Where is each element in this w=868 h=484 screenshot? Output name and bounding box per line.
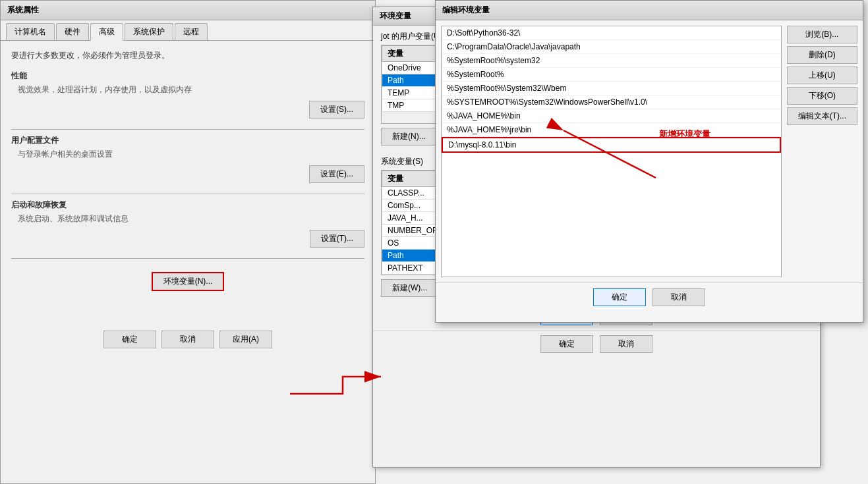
edit-path-bottom: 确定 取消 xyxy=(436,282,863,311)
edit-path-title: 编辑环境变量 xyxy=(436,1,863,20)
edit-path-cancel-button[interactable]: 取消 xyxy=(652,288,705,306)
list-item[interactable]: %SYSTEMROOT%\System32\WindowsPowerShell\… xyxy=(442,95,781,109)
sys-props-title: 系统属性 xyxy=(1,1,375,20)
list-item[interactable]: %JAVA_HOME%\bin xyxy=(442,109,781,123)
list-item[interactable]: %JAVA_HOME%\jre\bin xyxy=(442,123,781,137)
tab-system-protection[interactable]: 系统保护 xyxy=(125,23,173,40)
path-list-container[interactable]: D:\Soft\Python36-32\ C:\ProgramData\Orac… xyxy=(441,26,782,277)
path-browse-button[interactable]: 浏览(B)... xyxy=(787,26,857,43)
user-vars-new-button[interactable]: 新建(N)... xyxy=(381,128,437,146)
list-item[interactable]: C:\ProgramData\Oracle\Java\javapath xyxy=(442,40,781,54)
sys-props-ok-button[interactable]: 确定 xyxy=(103,331,156,348)
user-profile-title: 用户配置文件 xyxy=(11,135,364,146)
new-path-item[interactable]: D:\mysql-8.0.11\bin xyxy=(442,137,781,153)
sys-props-cancel-button[interactable]: 取消 xyxy=(161,331,214,348)
startup-recovery-title: 启动和故障恢复 xyxy=(11,200,364,211)
startup-recovery-desc: 系统启动、系统故障和调试信息 xyxy=(11,213,364,225)
edit-path-content: D:\Soft\Python36-32\ C:\ProgramData\Orac… xyxy=(436,20,863,282)
performance-section: 性能 视觉效果，处理器计划，内存使用，以及虚拟内存 设置(S)... xyxy=(11,70,364,119)
startup-recovery-section: 启动和故障恢复 系统启动、系统故障和调试信息 设置(T)... xyxy=(11,200,364,248)
list-item[interactable]: %SystemRoot% xyxy=(442,68,781,82)
tab-bar: 计算机名 硬件 高级 系统保护 远程 xyxy=(1,20,375,41)
env-bottom-cancel-button[interactable]: 取消 xyxy=(600,335,652,353)
list-item[interactable]: %SystemRoot%\System32\Wbem xyxy=(442,82,781,95)
user-profile-settings-button[interactable]: 设置(E)... xyxy=(309,165,364,183)
admin-notice: 要进行大多数更改，你必须作为管理员登录。 xyxy=(11,50,364,61)
startup-recovery-settings-button[interactable]: 设置(T)... xyxy=(310,230,364,248)
sys-props-apply-button[interactable]: 应用(A) xyxy=(219,331,272,348)
tab-computer-name[interactable]: 计算机名 xyxy=(6,23,55,40)
path-edit-text-button[interactable]: 编辑文本(T)... xyxy=(787,107,857,125)
performance-desc: 视觉效果，处理器计划，内存使用，以及虚拟内存 xyxy=(11,84,364,95)
env-bottom-ok-button[interactable]: 确定 xyxy=(540,335,593,353)
sys-props-window: 系统属性 计算机名 硬件 高级 系统保护 远程 要进行大多数更改，你必须作为管理… xyxy=(0,0,376,484)
user-profile-section: 用户配置文件 与登录帐户相关的桌面设置 设置(E)... xyxy=(11,135,364,183)
edit-path-ok-button[interactable]: 确定 xyxy=(593,288,646,306)
path-move-down-button[interactable]: 下移(O) xyxy=(787,87,857,105)
performance-settings-button[interactable]: 设置(S)... xyxy=(309,101,364,119)
tab-advanced[interactable]: 高级 xyxy=(90,23,123,41)
sys-props-content: 要进行大多数更改，你必须作为管理员登录。 性能 视觉效果，处理器计划，内存使用，… xyxy=(1,41,375,358)
edit-path-window: 编辑环境变量 D:\Soft\Python36-32\ C:\ProgramDa… xyxy=(435,0,863,323)
bottom-btn-row: 环境变量(N)... xyxy=(11,272,364,291)
list-item[interactable]: D:\Soft\Python36-32\ xyxy=(442,26,781,40)
sys-vars-new-button[interactable]: 新建(W)... xyxy=(381,279,438,297)
list-item[interactable]: %SystemRoot%\system32 xyxy=(442,54,781,68)
performance-title: 性能 xyxy=(11,70,364,82)
tab-remote[interactable]: 远程 xyxy=(175,23,208,40)
env-vars-button[interactable]: 环境变量(N)... xyxy=(152,272,225,291)
path-right-btns: 浏览(B)... 删除(D) 上移(U) 下移(O) 编辑文本(T)... xyxy=(787,20,863,282)
user-profile-desc: 与登录帐户相关的桌面设置 xyxy=(11,149,364,160)
tab-hardware[interactable]: 硬件 xyxy=(56,23,89,40)
path-delete-button[interactable]: 删除(D) xyxy=(787,46,857,64)
path-move-up-button[interactable]: 上移(U) xyxy=(787,67,857,84)
